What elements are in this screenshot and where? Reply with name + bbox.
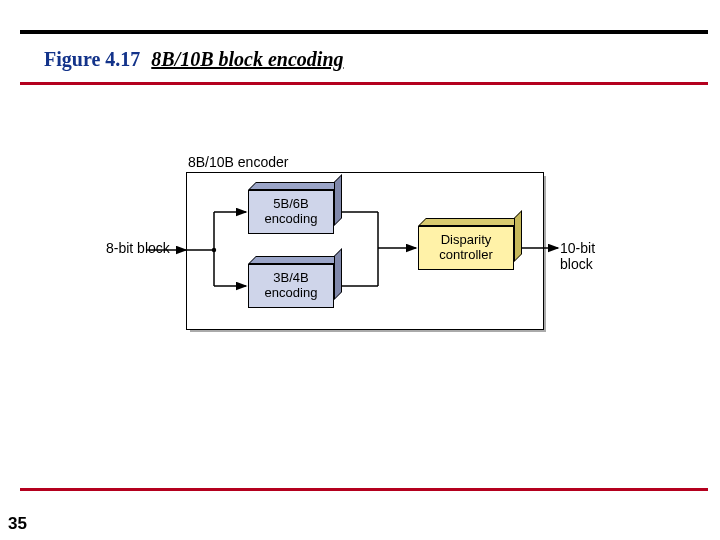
diagram-arrows: [108, 160, 628, 350]
figure-number: Figure 4.17: [44, 48, 140, 70]
figure-caption: 8B/10B block encoding: [151, 48, 343, 70]
figure-title: Figure 4.17 8B/10B block encoding: [44, 48, 344, 71]
rule-bottom: [20, 488, 708, 491]
page-number: 35: [8, 514, 27, 534]
rule-top: [20, 30, 708, 34]
rule-title-underline: [20, 82, 708, 85]
diagram-8b10b: 8B/10B encoder 8-bit block 10-bit block …: [108, 160, 628, 350]
